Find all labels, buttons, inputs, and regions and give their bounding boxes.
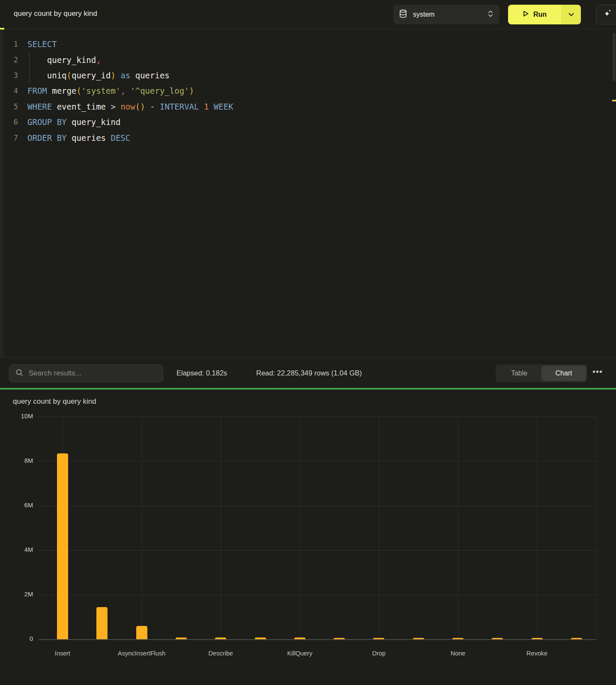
gridline-vertical [596,417,597,639]
run-button[interactable]: Run [508,5,561,24]
chevron-down-icon [568,11,574,18]
gridline-horizontal [39,461,596,462]
line-number: 4 [0,86,18,95]
code-line: 5WHERE event_time > now() - INTERVAL 1 W… [0,99,233,114]
code-line: 4FROM merge('system', '^query_log') [0,83,233,98]
y-axis-tick-label: 8M [7,457,33,464]
bar [492,638,503,639]
search-input[interactable] [29,369,149,378]
y-axis-tick-label: 4M [7,546,33,553]
search-box[interactable] [9,364,163,382]
results-toolbar: Elapsed: 0.182s Read: 22,285,349 rows (1… [0,357,616,388]
gridline-horizontal [39,550,596,551]
editor-scrollbar[interactable] [613,33,616,81]
gridline-horizontal [39,595,596,595]
code-line: 7ORDER BY queries DESC [0,130,233,145]
line-number: 6 [0,118,18,126]
bar [532,638,543,639]
gridline-horizontal [39,506,596,506]
overview-ruler-mark [612,100,616,101]
bar [215,637,226,639]
more-options-icon[interactable]: ••• [592,367,603,377]
bar [571,638,582,639]
y-axis-tick-label: 0 [7,635,33,642]
x-axis-tick-label: Revoke [490,650,584,657]
read-stat: Read: 22,285,349 rows (1.04 GB) [256,369,362,377]
bar [373,638,384,639]
database-selector-value: system [413,11,487,18]
y-axis-tick-label: 10M [7,413,33,420]
gridline-vertical [537,417,538,639]
gridline-vertical [142,417,142,639]
view-toggle: Table Chart [496,364,587,382]
run-split-button: Run [508,5,581,24]
bar [57,453,68,639]
line-number: 7 [0,134,18,142]
database-icon [399,9,407,20]
bar [96,607,108,639]
line-number: 1 [0,40,18,48]
sparkle-icon [603,9,613,21]
database-selector[interactable]: system [393,5,499,24]
x-axis-line [39,639,596,640]
line-number: 5 [0,102,18,111]
query-title: query count by query kind [14,9,97,18]
sql-code: 1SELECT2 query_kind,3 uniq(query_id) as … [0,36,233,146]
gridline-vertical [300,417,300,639]
line-number: 3 [0,71,18,80]
code-line: 1SELECT [0,36,233,52]
sql-editor[interactable]: 1SELECT2 query_kind,3 uniq(query_id) as … [0,30,616,357]
elapsed-stat: Elapsed: 0.182s [176,369,227,377]
code-line: 2 query_kind, [0,52,233,67]
ai-assistant-button[interactable] [596,5,616,24]
bar [294,637,305,639]
gridline-horizontal [39,417,596,417]
bar [334,638,345,639]
code-line: 3 uniq(query_id) as queries [0,68,233,83]
search-icon [15,369,24,378]
bar [255,637,266,639]
tab-table[interactable]: Table [497,366,541,381]
gridline-vertical [379,417,379,639]
tab-chart[interactable]: Chart [541,366,586,381]
code-line: 6GROUP BY query_kind [0,114,233,130]
bar [413,638,424,639]
bar [176,637,187,639]
line-number: 2 [0,56,18,64]
bar [452,638,463,639]
y-axis-tick-label: 6M [7,502,33,509]
y-axis-tick-label: 2M [7,591,33,598]
run-options-button[interactable] [561,5,581,24]
play-icon [523,10,529,19]
chart-panel: query count by query kind 02M4M6M8M10MIn… [0,390,616,685]
sql-console-window: query count by query kind system [0,0,616,685]
bar [136,626,147,639]
indent-guide [29,53,30,83]
gridline-vertical [221,417,221,639]
run-button-label: Run [533,11,547,18]
up-down-chevrons-icon [487,9,493,20]
gridline-vertical [458,417,458,639]
header-bar: query count by query kind system [0,0,616,29]
chart-title: query count by query kind [13,397,96,406]
